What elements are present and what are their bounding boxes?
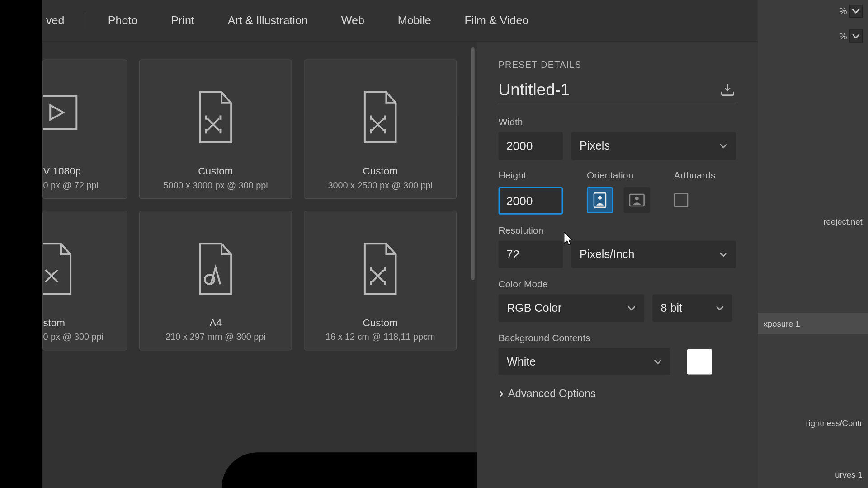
preset-title: A4 (209, 317, 222, 329)
video-preset-icon (43, 89, 79, 144)
orientation-portrait-button[interactable] (587, 187, 613, 213)
tab-saved[interactable]: ved (42, 0, 79, 41)
chevron-down-icon (852, 7, 860, 15)
percent-dropdown-button[interactable] (849, 5, 863, 18)
chevron-right-icon (499, 391, 505, 397)
preset-card[interactable]: Custom 5000 x 3000 px @ 300 ppi (139, 59, 292, 199)
document-icon (359, 241, 402, 296)
document-icon (43, 241, 79, 296)
color-mode-label: Color Mode (499, 279, 736, 290)
width-unit-select[interactable]: Pixels (571, 132, 736, 160)
portrait-icon (593, 192, 606, 208)
width-label: Width (499, 117, 736, 127)
resolution-input[interactable] (499, 241, 563, 268)
site-label: reeject.net (823, 217, 862, 226)
layer-exposure[interactable]: xposure 1 (755, 313, 868, 334)
percent-dropdown-button-2[interactable] (849, 29, 863, 42)
tab-mobile[interactable]: Mobile (381, 0, 448, 41)
preset-subtitle: 3000 x 2500 px @ 300 ppi (328, 180, 432, 190)
tab-print[interactable]: Print (154, 0, 211, 41)
layer-curves[interactable]: urves 1 (835, 470, 863, 479)
preset-name-input[interactable]: Untitled-1 (499, 80, 570, 99)
preset-title: stom (43, 317, 65, 329)
resolution-unit-value: Pixels/Inch (580, 248, 634, 261)
tab-photo[interactable]: Photo (91, 0, 154, 41)
save-preset-icon[interactable] (719, 83, 736, 96)
svg-point-5 (635, 197, 639, 200)
resolution-label: Resolution (499, 225, 736, 236)
percent-label-2: % (840, 31, 847, 41)
chevron-down-icon (654, 357, 662, 366)
background-contents-label: Background Contents (499, 333, 736, 343)
preset-card[interactable]: stom 0 px @ 300 ppi (42, 211, 127, 351)
decorative-overlay (222, 452, 477, 488)
advanced-options-label: Advanced Options (508, 387, 596, 400)
height-input[interactable] (499, 187, 563, 215)
preset-subtitle: 0 px @ 72 ppi (43, 180, 98, 190)
preset-details-panel: PRESET DETAILS Untitled-1 Width Pixels (477, 42, 757, 488)
chevron-down-icon (716, 304, 724, 312)
svg-point-3 (598, 196, 602, 200)
orientation-label: Orientation (587, 170, 650, 181)
preset-subtitle: 16 x 12 cm @ 118,11 ppcm (326, 331, 435, 341)
resolution-unit-select[interactable]: Pixels/Inch (571, 241, 736, 268)
preset-card[interactable]: Custom 3000 x 2500 px @ 300 ppi (304, 59, 457, 199)
background-app-panel: % % reeject.net xposure 1 rightness/Cont… (755, 0, 868, 488)
orientation-landscape-button[interactable] (624, 187, 650, 213)
chevron-down-icon (627, 304, 636, 312)
preset-title: Custom (363, 165, 398, 177)
color-mode-value: RGB Color (507, 301, 561, 314)
background-color-swatch[interactable] (687, 349, 712, 374)
preset-category-tabs: ved Photo Print Art & Illustration Web M… (42, 0, 757, 42)
width-unit-value: Pixels (580, 139, 610, 152)
new-document-dialog: ved Photo Print Art & Illustration Web M… (42, 0, 757, 488)
height-label: Height (499, 170, 563, 181)
background-contents-value: White (507, 355, 536, 368)
width-input[interactable] (499, 132, 563, 160)
preset-card[interactable]: A4 210 x 297 mm @ 300 ppi (139, 211, 292, 351)
preset-card[interactable]: Custom 16 x 12 cm @ 118,11 ppcm (304, 211, 457, 351)
preset-scrollbar[interactable] (471, 47, 475, 470)
svg-rect-0 (43, 95, 76, 129)
preset-subtitle: 210 x 297 mm @ 300 ppi (165, 331, 266, 341)
tab-film-video[interactable]: Film & Video (448, 0, 546, 41)
preset-details-header: PRESET DETAILS (499, 59, 736, 69)
tab-web[interactable]: Web (325, 0, 381, 41)
document-icon (194, 89, 237, 144)
tab-art-illustration[interactable]: Art & Illustration (211, 0, 325, 41)
chevron-down-icon (719, 250, 727, 258)
advanced-options-toggle[interactable]: Advanced Options (499, 387, 736, 400)
color-depth-value: 8 bit (661, 301, 682, 314)
percent-label: % (840, 6, 847, 16)
preset-title: Custom (198, 165, 233, 177)
color-depth-select[interactable]: 8 bit (652, 295, 732, 322)
document-icon (359, 89, 402, 144)
preset-title: V 1080p (43, 165, 81, 177)
tab-divider (85, 12, 85, 29)
preset-subtitle: 5000 x 3000 px @ 300 ppi (163, 180, 268, 190)
preset-title: Custom (363, 317, 398, 329)
color-mode-select[interactable]: RGB Color (499, 295, 644, 322)
chevron-down-icon (719, 142, 727, 150)
preset-list: V 1080p 0 px @ 72 ppi (42, 42, 477, 488)
scrollbar-thumb[interactable] (471, 47, 475, 280)
preset-card[interactable]: V 1080p 0 px @ 72 ppi (42, 59, 127, 199)
document-a4-icon (194, 241, 237, 296)
preset-subtitle: 0 px @ 300 ppi (43, 331, 104, 341)
chevron-down-icon (852, 32, 860, 40)
landscape-icon (629, 193, 645, 206)
artboards-label: Artboards (674, 170, 716, 181)
artboards-checkbox[interactable] (674, 193, 689, 207)
layer-brightness-contrast[interactable]: rightness/Contr (806, 418, 862, 428)
background-contents-select[interactable]: White (499, 348, 670, 375)
